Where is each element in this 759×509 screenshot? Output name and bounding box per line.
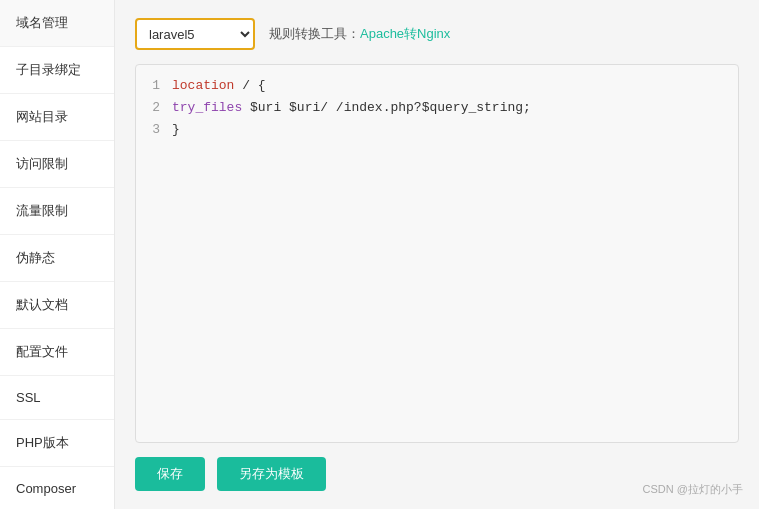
code-lines: 1location / {2 try_files $uri $uri/ /ind… xyxy=(136,65,738,442)
rule-converter-label: 规则转换工具： xyxy=(269,25,360,43)
code-line-2: 2 try_files $uri $uri/ /index.php?$query… xyxy=(136,97,738,119)
sidebar-item-0[interactable]: 域名管理 xyxy=(0,0,114,47)
sidebar-item-4[interactable]: 流量限制 xyxy=(0,188,114,235)
code-line-1: 1location / { xyxy=(136,75,738,97)
rule-converter-link[interactable]: Apache转Nginx xyxy=(360,25,450,43)
watermark: CSDN @拉灯的小手 xyxy=(643,482,743,497)
sidebar-item-6[interactable]: 默认文档 xyxy=(0,282,114,329)
code-editor[interactable]: 1location / {2 try_files $uri $uri/ /ind… xyxy=(135,64,739,443)
main-content: laravel5thinkphpwordpressdedecmsdefault … xyxy=(115,0,759,509)
save-button[interactable]: 保存 xyxy=(135,457,205,491)
sidebar-item-8[interactable]: SSL xyxy=(0,376,114,420)
line-number: 2 xyxy=(136,97,172,119)
sidebar-item-2[interactable]: 网站目录 xyxy=(0,94,114,141)
line-number: 3 xyxy=(136,119,172,141)
sidebar-item-3[interactable]: 访问限制 xyxy=(0,141,114,188)
sidebar-item-9[interactable]: PHP版本 xyxy=(0,420,114,467)
line-content: try_files $uri $uri/ /index.php?$query_s… xyxy=(172,97,531,119)
template-select[interactable]: laravel5thinkphpwordpressdedecmsdefault xyxy=(135,18,255,50)
line-number: 1 xyxy=(136,75,172,97)
save-template-button[interactable]: 另存为模板 xyxy=(217,457,326,491)
sidebar-item-10[interactable]: Composer xyxy=(0,467,114,509)
line-content: } xyxy=(172,119,180,141)
line-content: location / { xyxy=(172,75,266,97)
sidebar-item-5[interactable]: 伪静态 xyxy=(0,235,114,282)
sidebar: 域名管理子目录绑定网站目录访问限制流量限制伪静态默认文档配置文件SSLPHP版本… xyxy=(0,0,115,509)
toolbar: laravel5thinkphpwordpressdedecmsdefault … xyxy=(135,18,739,50)
sidebar-item-7[interactable]: 配置文件 xyxy=(0,329,114,376)
code-line-3: 3} xyxy=(136,119,738,141)
sidebar-item-1[interactable]: 子目录绑定 xyxy=(0,47,114,94)
